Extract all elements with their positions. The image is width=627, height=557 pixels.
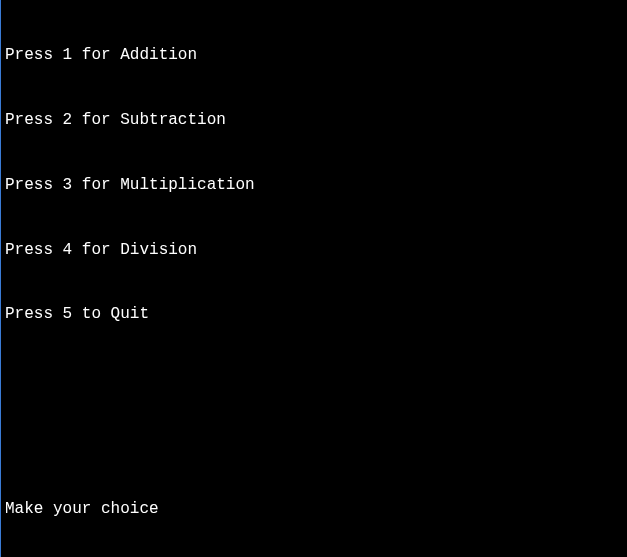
blank-line xyxy=(5,434,623,456)
terminal-output[interactable]: Press 1 for Addition Press 2 for Subtrac… xyxy=(5,2,623,557)
blank-line xyxy=(5,369,623,391)
menu-option-subtraction: Press 2 for Subtraction xyxy=(5,110,623,132)
menu-option-multiplication: Press 3 for Multiplication xyxy=(5,175,623,197)
menu-option-division: Press 4 for Division xyxy=(5,240,623,262)
menu-option-quit: Press 5 to Quit xyxy=(5,304,623,326)
prompt-choice: Make your choice xyxy=(5,499,623,521)
menu-option-addition: Press 1 for Addition xyxy=(5,45,623,67)
